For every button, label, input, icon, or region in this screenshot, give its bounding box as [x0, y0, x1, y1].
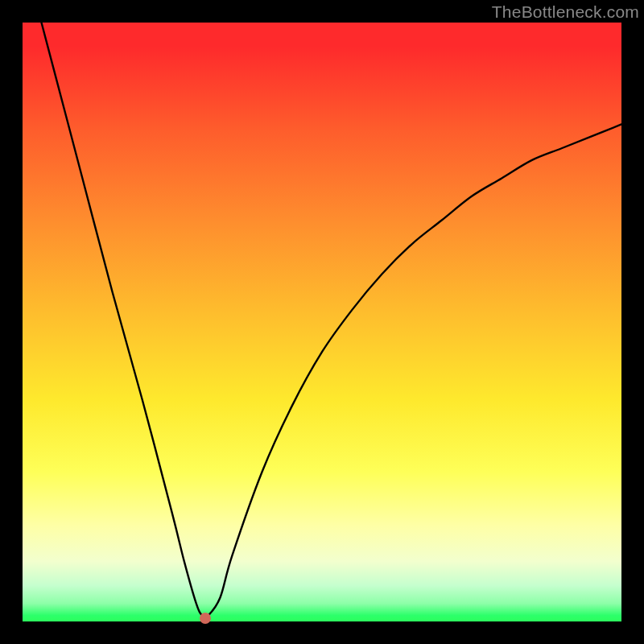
curve-layer	[23, 23, 621, 621]
chart-frame: TheBottleneck.com	[0, 0, 644, 644]
minimum-marker-dot	[200, 613, 211, 624]
bottleneck-curve	[23, 0, 621, 617]
plot-area	[23, 23, 621, 621]
watermark-text: TheBottleneck.com	[492, 2, 639, 22]
